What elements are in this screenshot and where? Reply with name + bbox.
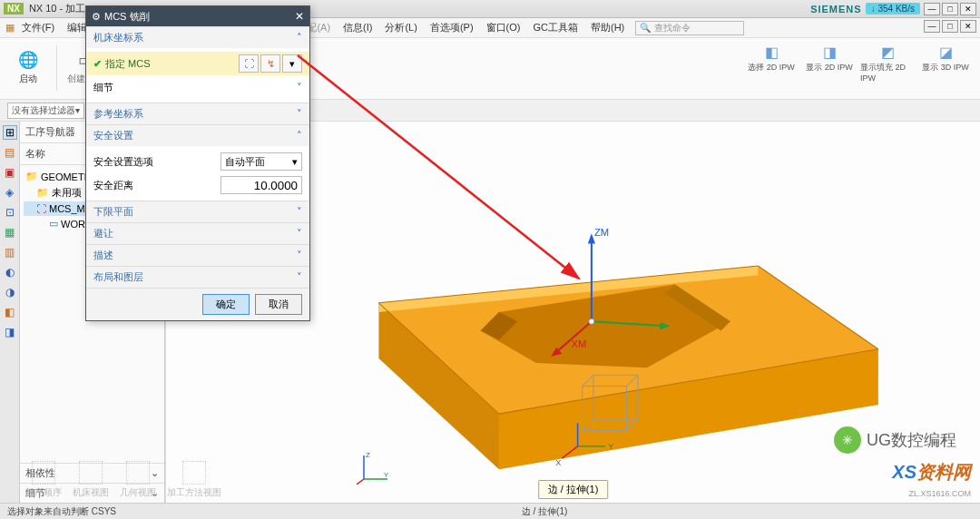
section-desc[interactable]: 描述˅ <box>86 244 309 266</box>
mcs-mill-dialog: ⚙MCS 铣削 ✕ 机床坐标系˄ ✔指定 MCS ⛶ ↯ ▾ 细节 ˅ 参考坐标… <box>85 5 310 321</box>
svg-text:Y: Y <box>608 442 613 451</box>
svg-text:Y: Y <box>384 471 389 479</box>
resource-tab-navigator[interactable]: ⊞ <box>3 125 17 140</box>
detail-row[interactable]: 细节 ˅ <box>93 75 302 99</box>
window-close-button[interactable]: ✕ <box>960 3 976 15</box>
geometry-view: 几何视图 <box>120 461 156 499</box>
chevron-down-icon: ˅ <box>297 82 302 93</box>
resource-tab-icon[interactable]: ◑ <box>3 285 17 299</box>
resource-tab-icon[interactable]: ▦ <box>3 225 17 240</box>
menu-analyze[interactable]: 分析(L) <box>379 19 422 36</box>
gear-icon: ⚙ <box>92 11 101 23</box>
menu-info[interactable]: 信息(I) <box>338 19 377 36</box>
menu-help[interactable]: 帮助(H) <box>585 19 630 36</box>
pal-icon <box>79 461 103 485</box>
folder-icon: 📁 <box>36 187 49 199</box>
watermark-ug: ✳ UG数控编程 <box>834 426 956 454</box>
window-minimize-button[interactable]: — <box>924 3 940 15</box>
resource-tab-icon[interactable]: ▤ <box>3 145 17 160</box>
cancel-button[interactable]: 取消 <box>255 294 302 315</box>
menu-prefs[interactable]: 首选项(P) <box>425 19 479 36</box>
section-machine-csys[interactable]: 机床坐标系˄ <box>86 26 309 48</box>
menu-file[interactable]: 文件(F) <box>16 19 60 36</box>
csys-dialog-button[interactable]: ⛶ <box>239 54 259 73</box>
specify-mcs-label: 指定 MCS <box>105 58 151 69</box>
wechat-icon: ✳ <box>834 426 861 454</box>
chevron-down-icon: ▾ <box>292 156 298 168</box>
workpiece-icon: ▭ <box>49 218 58 230</box>
menu-window[interactable]: 窗口(O) <box>481 19 526 36</box>
resource-tab-icon[interactable]: ⊡ <box>3 205 17 220</box>
dialog-title: MCS 铣削 <box>104 10 150 24</box>
dialog-titlebar[interactable]: ⚙MCS 铣削 ✕ <box>86 6 309 26</box>
netspeed-badge: ↓ 354 KB/s <box>866 3 920 15</box>
chevron-down-icon: ˅ <box>297 206 302 218</box>
section-layout[interactable]: 布局和图层˅ <box>86 266 309 288</box>
svg-text:XM: XM <box>571 338 586 349</box>
resource-tab-icon[interactable]: ▣ <box>3 165 17 180</box>
specify-mcs-row[interactable]: ✔指定 MCS ⛶ ↯ ▾ <box>86 52 309 75</box>
quick-access-icon[interactable]: ▦ <box>5 22 15 34</box>
folder-icon: 📁 <box>25 171 38 182</box>
safety-option-select[interactable]: 自动平面▾ <box>220 152 302 171</box>
doc-minimize-button[interactable]: — <box>924 20 940 33</box>
chevron-up-icon: ˄ <box>297 130 302 142</box>
resource-tab-icon[interactable]: ◧ <box>3 305 17 319</box>
select-2d-ipw-button[interactable]: ◧ 选择 2D IPW <box>744 42 799 73</box>
svg-point-19 <box>589 318 594 324</box>
check-icon: ✔ <box>93 58 102 69</box>
section-ref-csys[interactable]: 参考坐标系˅ <box>86 103 309 124</box>
method-view: 加工方法视图 <box>167 461 221 499</box>
doc-restore-button[interactable]: □ <box>942 20 958 33</box>
show-3d-ipw-button[interactable]: ◪ 显示 3D IPW <box>918 42 973 73</box>
resource-tab-icon[interactable]: ▥ <box>3 245 17 260</box>
cube-fill-icon: ◩ <box>876 42 899 62</box>
resource-tab-icon[interactable]: ◨ <box>3 325 17 339</box>
dialog-close-button[interactable]: ✕ <box>295 10 304 23</box>
show-fill-2d-ipw-button[interactable]: ◩ 显示填充 2D IPW <box>860 42 915 83</box>
csys-manip-button[interactable]: ↯ <box>260 54 280 73</box>
detail-label: 细节 <box>93 81 113 94</box>
watermark-xs: XS资料网 ZL.XS1616.COM <box>892 460 971 499</box>
status-bar: 选择对象来自动判断 CSYS 边 / 拉伸(1) <box>0 503 980 519</box>
program-order-view: 程序顺序 <box>25 461 62 499</box>
doc-close-button[interactable]: ✕ <box>960 20 976 33</box>
safety-distance-label: 安全距离 <box>93 179 133 192</box>
svg-text:ZM: ZM <box>594 227 609 238</box>
show-2d-ipw-button[interactable]: ◨ 显示 2D IPW <box>802 42 857 73</box>
status-selection: 边 / 拉伸(1) <box>522 505 568 518</box>
svg-text:Z: Z <box>366 451 370 459</box>
pal-icon <box>126 461 150 485</box>
pal-icon <box>32 461 55 485</box>
section-safety[interactable]: 安全设置˄ <box>86 124 309 146</box>
section-lower-plane[interactable]: 下限平面˅ <box>86 201 309 222</box>
window-restore-button[interactable]: □ <box>942 3 958 15</box>
pal-icon <box>182 461 206 485</box>
launch-button[interactable]: 🌐 启动 <box>7 42 49 93</box>
cube-3d-icon: ◪ <box>934 42 957 62</box>
safety-distance-input[interactable] <box>220 176 302 194</box>
csys-dropdown-button[interactable]: ▾ <box>282 54 302 73</box>
safety-option-label: 安全设置选项 <box>93 155 153 169</box>
navigator-view-palette: 程序顺序 机床视图 几何视图 加工方法视图 <box>25 461 221 499</box>
ok-button[interactable]: 确定 <box>202 294 250 315</box>
resource-tab-icon[interactable]: ◐ <box>3 265 17 279</box>
section-avoid[interactable]: 避让˅ <box>86 222 309 244</box>
svg-text:X: X <box>555 458 561 467</box>
command-finder[interactable]: 🔍 查找命令 <box>635 21 744 35</box>
dialog-buttons: 确定 取消 <box>86 288 309 320</box>
chevron-down-icon: ˅ <box>297 228 302 240</box>
launch-label: 启动 <box>19 73 37 85</box>
filter-select[interactable]: 没有选择过滤器 ▾ <box>7 103 84 119</box>
svg-line-33 <box>357 479 364 485</box>
separator <box>56 45 57 91</box>
chevron-down-icon: ˅ <box>297 250 302 261</box>
chevron-down-icon: ˅ <box>297 108 302 120</box>
chevron-down-icon: ˅ <box>297 271 302 283</box>
chevron-up-icon: ˄ <box>297 32 302 44</box>
brand-label: SIEMENS <box>810 4 862 15</box>
globe-icon: 🌐 <box>17 49 39 71</box>
selection-tooltip: 边 / 拉伸(1) <box>538 480 609 499</box>
menu-gc[interactable]: GC工具箱 <box>527 19 583 36</box>
resource-tab-icon[interactable]: ◈ <box>3 185 17 200</box>
